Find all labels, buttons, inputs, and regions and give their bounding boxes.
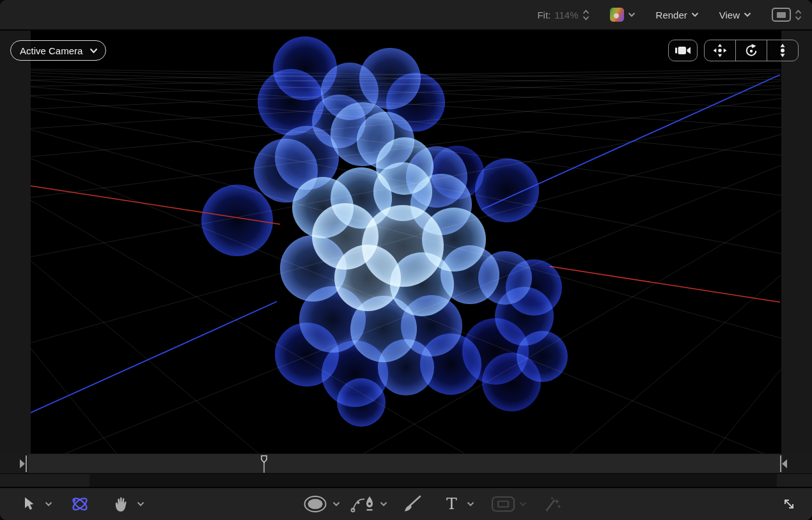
playhead[interactable] — [260, 455, 269, 473]
chevron-down-icon — [90, 48, 98, 54]
mini-timeline[interactable] — [0, 474, 812, 487]
chevron-down-icon — [628, 12, 636, 17]
view-label: View — [719, 10, 740, 20]
text-tool-button[interactable]: T — [445, 496, 459, 512]
particle-spheres — [31, 31, 781, 454]
camera-view-button[interactable] — [668, 40, 698, 61]
select-tool-button[interactable] — [23, 497, 35, 512]
text-tool-dropdown[interactable] — [467, 501, 474, 507]
timeline-scrubber[interactable] — [0, 454, 812, 474]
chevron-down-icon — [332, 501, 340, 507]
sphere — [337, 378, 386, 427]
scrubber-track[interactable] — [28, 454, 783, 473]
top-toolbar: Fit: 114% Render — [0, 0, 812, 31]
color-swatch-menu[interactable] — [610, 8, 636, 22]
camera-move-segmented-control — [704, 40, 799, 61]
dolly-view-button[interactable] — [767, 40, 798, 61]
in-point-marker[interactable] — [19, 455, 28, 473]
transform-3d-tool-button[interactable] — [69, 495, 91, 513]
3d-view-controls — [668, 40, 799, 61]
orbit-view-button[interactable] — [735, 40, 767, 61]
3d-canvas[interactable] — [31, 31, 781, 454]
chevron-down-icon — [380, 501, 387, 507]
paintbrush-tool-button[interactable] — [402, 494, 423, 514]
select-tool-dropdown[interactable] — [45, 501, 52, 507]
camera-select-menu[interactable]: Active Camera — [10, 40, 106, 61]
mini-timeline-right-segment — [777, 474, 812, 487]
camera-menu-label: Active Camera — [20, 45, 82, 56]
sphere — [517, 331, 568, 382]
cursor-icon — [23, 497, 35, 512]
zoom-value: 114% — [554, 10, 578, 20]
layout-icon — [772, 8, 791, 22]
view-menu[interactable]: View — [719, 10, 751, 20]
text-tool-icon: T — [445, 496, 459, 512]
stepper-icon[interactable] — [582, 10, 589, 20]
zoom-fit-control[interactable]: Fit: 114% — [537, 10, 589, 20]
fit-label: Fit: — [537, 10, 550, 20]
orbit-icon — [744, 43, 759, 58]
mask-tool-button-disabled[interactable] — [491, 496, 515, 512]
shape-tool-dropdown[interactable] — [332, 501, 340, 507]
color-swatch-icon — [610, 8, 624, 22]
ellipse-shape-icon — [303, 495, 327, 513]
chevron-down-icon — [137, 501, 144, 507]
motion-window: Fit: 114% Render — [0, 0, 812, 520]
3d-transform-atom-icon — [69, 495, 91, 513]
dolly-icon — [775, 43, 790, 58]
expand-diagonal-icon — [781, 496, 797, 512]
camera-icon — [675, 45, 691, 56]
chevron-down-icon — [45, 501, 52, 507]
magic-wand-icon — [543, 495, 563, 513]
chevron-down-icon — [519, 501, 527, 507]
shape-tool-button[interactable] — [303, 495, 327, 513]
bezier-tool-button[interactable] — [350, 495, 376, 514]
mask-tool-dropdown-disabled[interactable] — [519, 501, 527, 507]
canvas-area: Active Camera — [0, 31, 812, 454]
svg-text:T: T — [446, 496, 457, 512]
pan-view-button[interactable] — [705, 40, 735, 61]
pan-view-tool-dropdown[interactable] — [137, 501, 144, 507]
mini-timeline-left-segment — [0, 474, 90, 487]
expand-timing-button[interactable] — [781, 496, 797, 512]
tool-bar: T — [0, 487, 812, 520]
pan-view-tool-button[interactable] — [114, 496, 129, 512]
chevron-down-icon — [467, 501, 474, 507]
layout-switcher[interactable] — [772, 8, 802, 22]
adjust-tool-button-disabled[interactable] — [543, 495, 563, 513]
bezier-tool-dropdown[interactable] — [380, 501, 387, 507]
render-label: Render — [656, 10, 687, 20]
rectangle-mask-icon — [491, 496, 515, 512]
pen-bezier-icon — [350, 495, 376, 514]
chevron-down-icon — [691, 12, 699, 17]
render-menu[interactable]: Render — [656, 10, 699, 20]
hand-icon — [114, 496, 129, 512]
paintbrush-icon — [402, 494, 423, 514]
stepper-icon — [795, 10, 802, 20]
out-point-marker[interactable] — [779, 455, 788, 473]
pan-icon — [712, 43, 728, 58]
chevron-down-icon — [744, 12, 751, 17]
